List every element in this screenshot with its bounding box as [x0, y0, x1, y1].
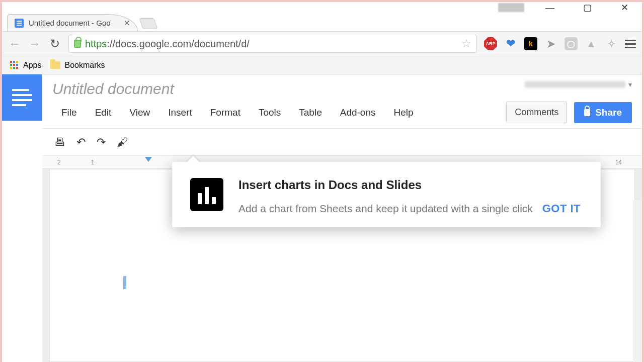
- share-lock-icon: [584, 109, 590, 116]
- insert-charts-popover: Insert charts in Docs and Slides Add a c…: [172, 162, 601, 227]
- share-button[interactable]: Share: [574, 102, 632, 123]
- apps-label: Apps: [23, 61, 41, 70]
- menu-insert[interactable]: Insert: [159, 104, 201, 121]
- chart-icon: [190, 178, 223, 211]
- vertical-scrollbar[interactable]: [633, 200, 642, 362]
- lock-icon: [74, 40, 81, 48]
- text-cursor: [123, 276, 126, 289]
- got-it-button[interactable]: GOT IT: [542, 202, 581, 215]
- docs-header: Untitled document ▾: [42, 74, 642, 98]
- paint-format-icon[interactable]: 🖌: [117, 136, 128, 149]
- account-area[interactable]: ▾: [525, 80, 632, 88]
- popover-title: Insert charts in Docs and Slides: [238, 178, 583, 192]
- docs-menubar: File Edit View Insert Format Tools Table…: [42, 98, 642, 129]
- ruler-mark-1: 1: [91, 159, 95, 166]
- apps-shortcut[interactable]: Apps: [10, 61, 41, 70]
- menu-addons[interactable]: Add-ons: [331, 104, 385, 121]
- account-dropdown-icon[interactable]: ▾: [628, 80, 632, 88]
- format-toolbar: 🖶 ↶ ↷ 🖌: [42, 129, 642, 156]
- document-title[interactable]: Untitled document: [52, 80, 174, 98]
- window-minimize-button[interactable]: —: [538, 2, 561, 13]
- new-tab-button[interactable]: [139, 18, 157, 29]
- browser-toolbar: ← → ↻ https://docs.google.com/document/d…: [2, 31, 642, 56]
- tab-title: Untitled document - Goo: [29, 19, 119, 27]
- browser-menu-button[interactable]: [625, 40, 636, 48]
- comments-button[interactable]: Comments: [506, 102, 567, 123]
- window-close-button[interactable]: ✕: [613, 2, 636, 13]
- browser-tab[interactable]: Untitled document - Goo ✕: [7, 14, 138, 31]
- url-text: https://docs.google.com/document/d/: [85, 38, 250, 50]
- share-label: Share: [595, 107, 622, 118]
- browser-window: — ▢ ✕ Untitled document - Goo ✕ ← → ↻ ht…: [2, 2, 642, 362]
- popover-description: Add a chart from Sheets and keep it upda…: [238, 200, 583, 217]
- bookmarks-folder[interactable]: Bookmarks: [50, 61, 105, 70]
- back-button[interactable]: ←: [8, 37, 21, 51]
- menu-tools[interactable]: Tools: [250, 104, 290, 121]
- apps-grid-icon: [10, 61, 19, 70]
- window-titlebar: — ▢ ✕: [2, 2, 642, 13]
- folder-icon: [50, 61, 60, 69]
- docs-favicon-icon: [15, 19, 24, 28]
- account-email-blurred: [525, 81, 625, 88]
- menu-help[interactable]: Help: [385, 104, 423, 121]
- window-blur-region: [498, 3, 524, 12]
- ruler-mark-2: 2: [57, 159, 61, 166]
- docs-logo-icon[interactable]: [2, 74, 42, 121]
- tab-close-icon[interactable]: ✕: [124, 19, 130, 28]
- ruler-mark-14: 14: [615, 159, 622, 166]
- adblock-extension-icon[interactable]: ABP: [484, 37, 497, 50]
- window-maximize-button[interactable]: ▢: [576, 2, 599, 13]
- redo-icon[interactable]: ↷: [97, 136, 106, 149]
- extension-flame-icon[interactable]: ✧: [605, 37, 618, 50]
- bookmarks-bar: Apps Bookmarks: [2, 56, 642, 74]
- extension-cursor-icon[interactable]: ➤: [544, 37, 557, 50]
- bookmarks-label: Bookmarks: [64, 61, 105, 70]
- reload-button[interactable]: ↻: [48, 37, 61, 51]
- extension-circle-icon[interactable]: ◯: [565, 37, 578, 50]
- menu-view[interactable]: View: [120, 104, 159, 121]
- ruler-indent-marker-icon[interactable]: [145, 157, 152, 162]
- address-bar[interactable]: https://docs.google.com/document/d/ ☆: [68, 35, 477, 53]
- tab-strip: Untitled document - Goo ✕: [2, 13, 642, 31]
- menu-edit[interactable]: Edit: [86, 104, 121, 121]
- extension-k-icon[interactable]: k: [524, 37, 537, 50]
- extension-drive-icon[interactable]: ▲: [585, 37, 598, 50]
- menu-file[interactable]: File: [52, 104, 86, 121]
- undo-icon[interactable]: ↶: [76, 136, 86, 149]
- forward-button[interactable]: →: [28, 37, 41, 51]
- print-icon[interactable]: 🖶: [54, 136, 65, 149]
- menu-table[interactable]: Table: [290, 104, 331, 121]
- extension-v-icon[interactable]: ❤: [504, 37, 517, 50]
- menu-format[interactable]: Format: [201, 104, 250, 121]
- bookmark-star-icon[interactable]: ☆: [461, 37, 471, 50]
